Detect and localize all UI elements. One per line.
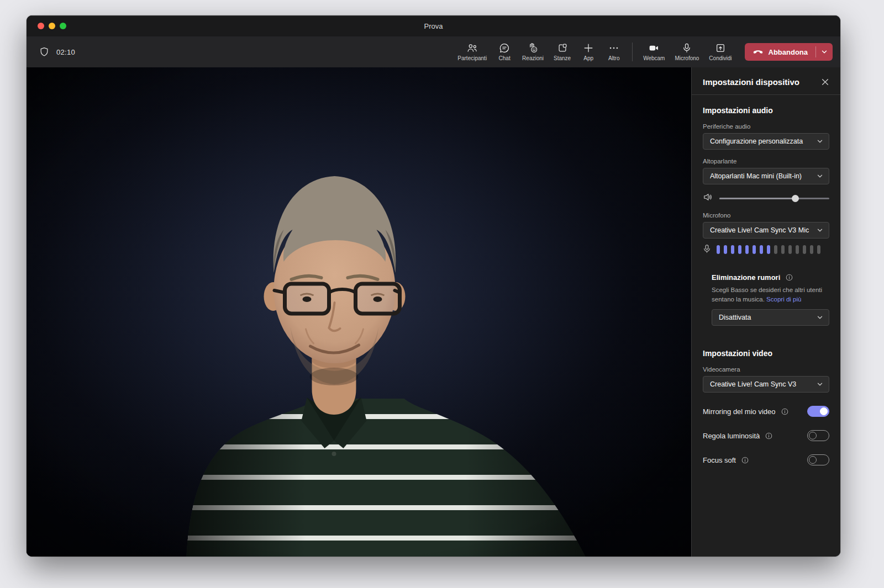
leave-button[interactable]: Abbandona: [745, 43, 816, 61]
toolbar-label: Partecipanti: [457, 55, 487, 61]
mic-select[interactable]: Creative Live! Cam Sync V3 Mic: [703, 222, 829, 239]
reactions-icon: [527, 43, 539, 54]
device-settings-panel: Impostazioni dispositivo Impostazioni au…: [691, 67, 840, 557]
chat-icon: [499, 43, 510, 54]
soft-focus-label: Focus soft: [703, 456, 736, 464]
chevron-down-icon: [821, 49, 828, 55]
volume-slider[interactable]: [719, 194, 829, 202]
volume-slider-thumb[interactable]: [792, 195, 799, 202]
titlebar: Prova: [27, 15, 840, 36]
toolbar-label: Webcam: [643, 55, 665, 61]
window-title: Prova: [27, 22, 840, 30]
leave-split-button: Abbandona: [745, 43, 833, 61]
toolbar-button-app[interactable]: App: [576, 39, 601, 65]
info-icon[interactable]: [765, 432, 772, 439]
scopri-di-piu-link[interactable]: Scopri di più: [766, 296, 801, 303]
chevron-down-icon: [817, 138, 823, 145]
speaker-label: Altoparlante: [703, 158, 829, 165]
hang-up-icon: [753, 48, 764, 56]
mirror-video-toggle[interactable]: [807, 406, 829, 417]
soft-focus-toggle[interactable]: [807, 454, 829, 465]
mic-level-icon: [703, 244, 711, 256]
soft-focus-row: Focus soft: [703, 454, 829, 465]
toolbar-label: Altro: [608, 55, 620, 61]
mic-label: Microfono: [703, 212, 829, 219]
camera-label: Videocamera: [703, 366, 829, 373]
volume-slider-fill: [719, 198, 795, 199]
speaker-select[interactable]: Altoparlanti Mac mini (Built-in): [703, 168, 829, 184]
share-screen-icon: [715, 43, 726, 54]
self-video-preview: [27, 67, 691, 557]
toolbar-button-stanze[interactable]: Stanze: [549, 39, 576, 65]
speaker-volume-icon: [703, 192, 713, 204]
adjust-brightness-toggle[interactable]: [807, 430, 829, 441]
leave-label: Abbandona: [769, 48, 808, 56]
close-panel-button[interactable]: [820, 77, 830, 87]
camera-select[interactable]: Creative Live! Cam Sync V3: [703, 376, 829, 393]
toolbar-label: App: [583, 55, 593, 61]
camera-value: Creative Live! Cam Sync V3: [710, 380, 817, 388]
meeting-timer: 02:10: [56, 48, 75, 56]
toolbar-button-webcam[interactable]: Webcam: [638, 39, 670, 65]
toolbar-label: Microfono: [675, 55, 699, 61]
info-icon[interactable]: [786, 274, 793, 281]
toolbar-label: Reazioni: [522, 55, 544, 61]
info-icon[interactable]: [781, 408, 788, 415]
chevron-down-icon: [817, 227, 823, 234]
noise-suppression-select[interactable]: Disattivata: [712, 309, 829, 326]
chevron-down-icon: [817, 381, 823, 388]
zoom-window-button[interactable]: [60, 23, 66, 29]
toolbar-label: Chat: [499, 55, 511, 61]
panel-title: Impostazioni dispositivo: [703, 77, 799, 87]
leave-menu-button[interactable]: [816, 43, 833, 61]
toolbar-label: Stanze: [554, 55, 571, 61]
window-controls: [38, 23, 66, 29]
audio-section-title: Impostazioni audio: [703, 106, 829, 115]
more-ellipsis-icon: [608, 43, 619, 54]
speaker-value: Altoparlanti Mac mini (Built-in): [710, 172, 817, 180]
mic-value: Creative Live! Cam Sync V3 Mic: [710, 226, 817, 234]
noise-suppression-value: Disattivata: [719, 314, 817, 321]
app-window: Prova 02:10 Partecipanti Chat R: [27, 15, 840, 557]
video-section-title: Impostazioni video: [703, 349, 829, 358]
rooms-icon: [557, 43, 568, 54]
adjust-brightness-row: Regola luminosità: [703, 430, 829, 441]
audio-devices-value: Configurazione personalizzata: [710, 137, 817, 145]
audio-devices-label: Periferiche audio: [703, 123, 829, 130]
close-window-button[interactable]: [38, 23, 44, 29]
webcam-icon: [648, 43, 660, 54]
meeting-toolbar: 02:10 Partecipanti Chat Reazioni St: [27, 36, 840, 67]
adjust-brightness-label: Regola luminosità: [703, 432, 760, 440]
info-icon[interactable]: [741, 457, 749, 464]
toolbar-button-reazioni[interactable]: Reazioni: [517, 39, 549, 65]
toolbar-label: Condividi: [709, 55, 732, 61]
add-app-icon: [583, 43, 594, 54]
chevron-down-icon: [817, 173, 823, 179]
toolbar-button-condividi[interactable]: Condividi: [704, 39, 736, 65]
minimize-window-button[interactable]: [49, 23, 55, 29]
mirror-video-label: Mirroring del mio video: [703, 407, 776, 416]
toolbar-divider: [632, 43, 633, 61]
microphone-icon: [681, 43, 692, 54]
close-icon: [821, 78, 829, 86]
mic-level-meter: [717, 245, 820, 254]
toolbar-button-partecipanti[interactable]: Partecipanti: [452, 39, 492, 65]
toolbar-button-altro[interactable]: Altro: [601, 39, 627, 65]
toolbar-button-chat[interactable]: Chat: [492, 39, 517, 65]
toolbar-button-microfono[interactable]: Microfono: [670, 39, 704, 65]
webcam-video-frame: [27, 67, 691, 557]
audio-devices-select[interactable]: Configurazione personalizzata: [703, 133, 829, 150]
noise-suppression-title: Eliminazione rumori: [712, 273, 780, 282]
security-shield-icon[interactable]: [39, 46, 50, 57]
chevron-down-icon: [817, 314, 823, 321]
mirror-video-row: Mirroring del mio video: [703, 406, 829, 417]
participants-icon: [466, 43, 478, 54]
